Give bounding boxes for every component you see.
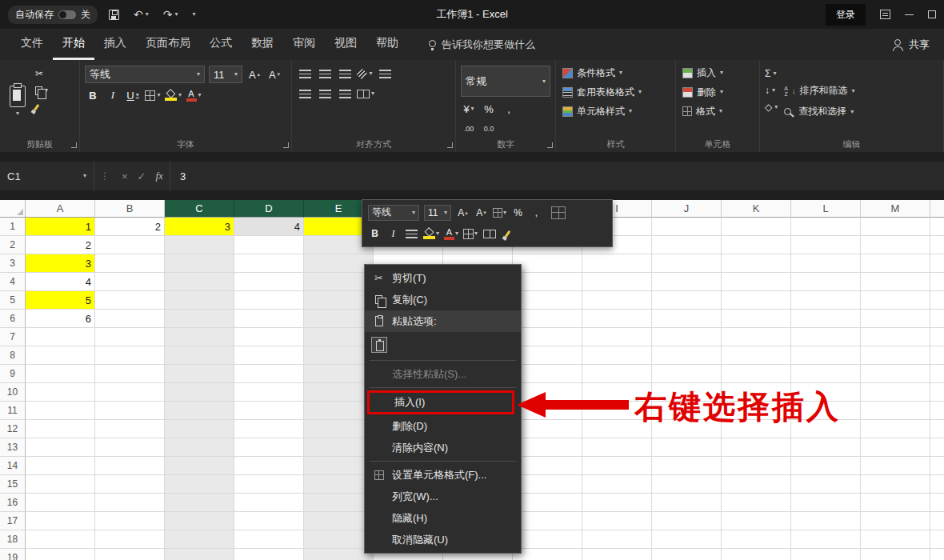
cell-N8[interactable] [930,346,944,365]
cell-L14[interactable] [791,457,861,475]
column-header-J[interactable]: J [652,200,722,218]
cell-B11[interactable] [95,402,165,420]
column-header-A[interactable]: A [26,200,95,218]
cell-D7[interactable] [234,328,304,346]
bold-button[interactable]: B [85,87,101,103]
cell-I7[interactable] [582,328,652,346]
cell-N4[interactable] [930,273,944,291]
cell-K9[interactable] [722,365,791,383]
conditional-formatting-button[interactable]: 条件格式 ▾ [561,66,670,80]
cell-K4[interactable] [722,273,791,291]
tab-help[interactable]: 帮助 [366,29,408,60]
cell-M10[interactable] [861,383,930,402]
cell-D9[interactable] [234,365,304,383]
row-header-9[interactable]: 9 [0,365,26,383]
cell-K8[interactable] [722,346,791,365]
cell-A2[interactable]: 2 [26,236,95,254]
cell-H8[interactable] [513,346,582,365]
save-button[interactable] [106,8,122,22]
cell-A13[interactable] [26,438,95,457]
name-box[interactable]: C1 ▾ [0,162,94,190]
cell-M16[interactable] [861,494,930,512]
cell-C16[interactable] [165,494,234,512]
cell-C8[interactable] [165,346,234,365]
cell-N3[interactable] [930,254,944,273]
cell-K2[interactable] [722,236,791,254]
cell-M12[interactable] [861,420,930,438]
row-header-18[interactable]: 18 [0,530,26,549]
cell-A18[interactable] [26,530,95,549]
column-header-D[interactable]: D [234,200,304,218]
wrap-text-button[interactable] [377,66,393,82]
cell-B1[interactable]: 2 [95,218,165,236]
delete-cells-button[interactable]: 删除 ▾ [681,85,754,99]
cell-M8[interactable] [861,346,930,365]
cell-C11[interactable] [165,402,234,420]
menu-item-cut[interactable]: ✂剪切(T) [365,267,521,289]
cell-H9[interactable] [513,365,582,383]
cell-J14[interactable] [652,457,722,475]
italic-button[interactable]: I [105,87,121,103]
menu-item-unhide[interactable]: 取消隐藏(U) [365,529,521,550]
cell-E19[interactable] [304,549,374,560]
ribbon-display-options-icon[interactable] [880,10,890,19]
row-header-15[interactable]: 15 [0,475,26,494]
cell-A19[interactable] [26,549,95,560]
cell-H7[interactable] [513,328,582,346]
align-bottom-button[interactable] [337,66,353,82]
row-header-6[interactable]: 6 [0,310,26,328]
fill-color-button[interactable]: ▾ [165,87,182,103]
cell-C10[interactable] [165,383,234,402]
fill-button[interactable]: ↓ ▾ [765,84,778,97]
cell-M18[interactable] [861,530,930,549]
cell-B12[interactable] [95,420,165,438]
cell-C5[interactable] [165,291,234,310]
cell-I15[interactable] [582,475,652,494]
mini-align-button[interactable] [405,226,418,241]
cell-C7[interactable] [165,328,234,346]
cancel-icon[interactable]: × [122,170,128,182]
cell-N10[interactable] [930,383,944,402]
cell-E11[interactable] [304,402,374,420]
menu-item-copy[interactable]: 复制(C) [365,289,521,310]
decrease-decimal-button[interactable]: 0.0 [481,121,497,137]
cell-N19[interactable] [930,549,944,560]
sort-filter-button[interactable]: A Z ↓ 排序和筛选 ▾ [782,84,938,98]
cell-M15[interactable] [861,475,930,494]
cell-A11[interactable] [26,402,95,420]
cell-J17[interactable] [652,512,722,530]
copy-button[interactable]: ▾ [35,84,48,97]
cell-N7[interactable] [930,328,944,346]
orientation-button[interactable]: ▾ [357,66,373,82]
align-top-button[interactable] [297,66,313,82]
cell-K19[interactable] [722,549,791,560]
cell-I3[interactable] [582,254,652,273]
cell-L16[interactable] [791,494,861,512]
undo-button[interactable]: ↶ ▾ [130,6,152,22]
font-name-select[interactable]: 等线 ▾ [85,66,205,83]
font-color-button[interactable]: A ▾ [186,87,202,103]
cell-N14[interactable] [930,457,944,475]
cell-B16[interactable] [95,494,165,512]
cell-D1[interactable]: 4 [234,218,304,236]
menu-item-format-cells[interactable]: 设置单元格格式(F)... [365,464,521,486]
cell-K7[interactable] [722,328,791,346]
cell-A14[interactable] [26,457,95,475]
mini-grow-font-button[interactable]: A ▴ [456,206,470,220]
cell-A5[interactable]: 5 [26,291,95,310]
cell-H3[interactable] [513,254,582,273]
tab-home[interactable]: 开始 [53,29,94,60]
cell-I17[interactable] [582,512,652,530]
cell-D15[interactable] [234,475,304,494]
menu-item-hide[interactable]: 隐藏(H) [365,507,521,529]
cell-I6[interactable] [582,310,652,328]
cell-C12[interactable] [165,420,234,438]
cell-H17[interactable] [513,512,582,530]
tab-data[interactable]: 数据 [242,29,283,60]
cell-H15[interactable] [513,475,582,494]
cell-E16[interactable] [304,494,374,512]
cell-L13[interactable] [791,438,861,457]
cell-L6[interactable] [791,310,861,328]
cell-A3[interactable]: 3 [26,254,95,273]
cell-A10[interactable] [26,383,95,402]
